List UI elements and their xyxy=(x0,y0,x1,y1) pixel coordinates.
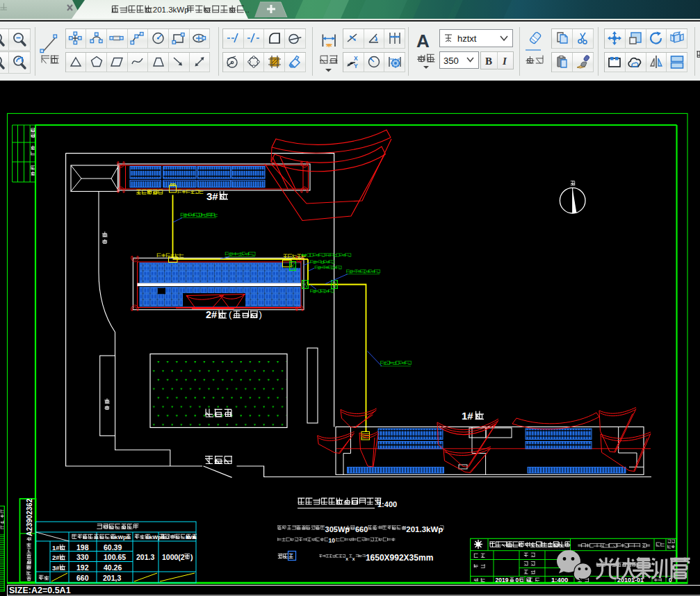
svg-text:SIZE:A2=0.5A1: SIZE:A2=0.5A1 xyxy=(9,586,71,595)
svg-text:X: X xyxy=(352,557,355,561)
svg-text:660: 660 xyxy=(76,574,89,582)
svg-text:201.3: 201.3 xyxy=(136,553,154,561)
svg-text:2019: 2019 xyxy=(496,577,509,583)
svg-text:201,3: 201,3 xyxy=(103,574,121,582)
svg-text:40.26: 40.26 xyxy=(104,563,122,572)
svg-text:): ) xyxy=(259,309,262,320)
svg-text:198: 198 xyxy=(76,543,89,552)
svg-text:660: 660 xyxy=(355,525,368,533)
svg-text:hztxt: hztxt xyxy=(457,33,477,44)
svg-text:2#: 2# xyxy=(52,554,60,561)
svg-text:1#: 1# xyxy=(462,410,473,422)
svg-text:3#: 3# xyxy=(206,190,218,202)
svg-text:3#: 3# xyxy=(52,564,60,572)
svg-text:kWp: kWp xyxy=(115,534,127,540)
svg-text:I: I xyxy=(502,56,507,67)
svg-text:1#: 1# xyxy=(52,544,60,552)
svg-text:0: 0 xyxy=(516,577,519,583)
svg-text:192: 192 xyxy=(76,563,89,572)
svg-text:1:400: 1:400 xyxy=(551,576,568,583)
svg-text:B: B xyxy=(485,56,492,67)
svg-text:330: 330 xyxy=(76,553,89,561)
svg-text:201.3kWp: 201.3kWp xyxy=(153,6,189,14)
svg-text:X: X xyxy=(345,557,348,561)
svg-text:10: 10 xyxy=(329,537,336,544)
svg-text:A23902362: A23902362 xyxy=(25,499,33,536)
svg-text:201.3kWp: 201.3kWp xyxy=(406,525,443,533)
svg-text:A: A xyxy=(416,31,430,51)
svg-text:): ) xyxy=(190,553,193,561)
svg-text:2#: 2# xyxy=(206,309,217,320)
svg-text:Y: Y xyxy=(354,63,358,69)
svg-text:X: X xyxy=(354,55,358,62)
svg-text:(: ( xyxy=(229,309,232,320)
svg-text:100.65: 100.65 xyxy=(104,553,126,561)
svg-text:60.39: 60.39 xyxy=(104,543,122,552)
svg-text:305Wp: 305Wp xyxy=(325,525,350,533)
svg-text:350: 350 xyxy=(443,56,459,66)
svg-text:1000(2: 1000(2 xyxy=(162,553,185,561)
svg-text:1650X992X35mm: 1650X992X35mm xyxy=(366,553,433,563)
svg-text:20101-01: 20101-01 xyxy=(617,577,644,583)
svg-text:1:400: 1:400 xyxy=(377,500,397,508)
